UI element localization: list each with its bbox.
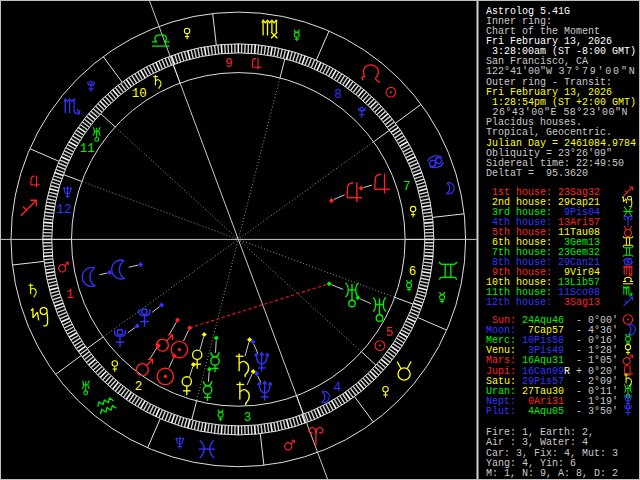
- svg-text:6: 6: [409, 265, 417, 279]
- svg-text:9: 9: [225, 57, 233, 71]
- svg-text:2: 2: [135, 380, 143, 394]
- svg-text:DeltaT = 95.3620: DeltaT = 95.3620: [486, 168, 588, 179]
- svg-text:1: 1: [66, 288, 74, 302]
- svg-text:7: 7: [403, 180, 411, 194]
- svg-text:3Sag13: 3Sag13: [558, 297, 600, 308]
- svg-text:12th house:: 12th house:: [486, 297, 552, 308]
- svg-text:M: 1, N: 9, A: 8, D: 2: M: 1, N: 9, A: 8, D: 2: [486, 468, 618, 479]
- svg-text:11: 11: [80, 142, 95, 156]
- svg-text:8: 8: [334, 88, 342, 102]
- svg-text:10: 10: [132, 87, 147, 101]
- svg-text:3: 3: [244, 411, 252, 425]
- svg-text:- 3°50': - 3°50': [570, 406, 618, 417]
- svg-text:4Aqu05: 4Aqu05: [522, 406, 564, 417]
- svg-text:5: 5: [386, 326, 394, 340]
- svg-text:Plut:: Plut:: [486, 406, 516, 417]
- svg-text:12: 12: [57, 203, 72, 217]
- svg-text:4: 4: [334, 381, 342, 395]
